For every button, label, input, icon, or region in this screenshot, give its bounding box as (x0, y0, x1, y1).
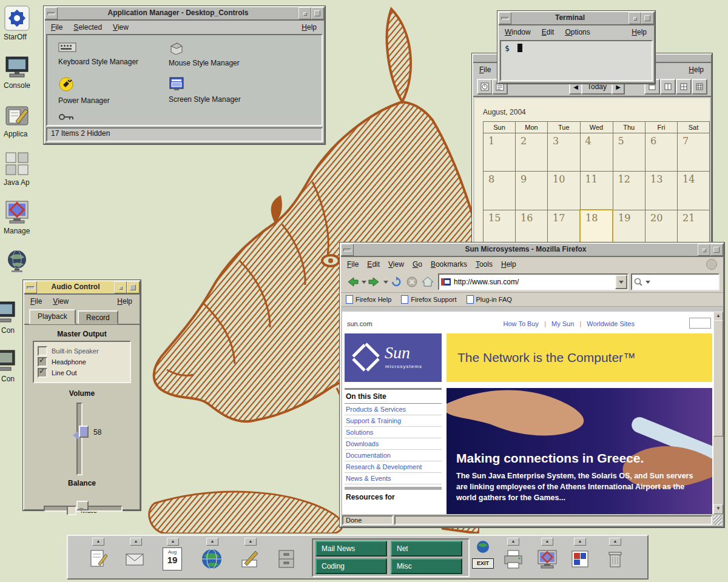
subpanel-arrow[interactable]: ▲ (507, 538, 519, 546)
calendar-day-cell[interactable]: 13 (645, 172, 678, 210)
menu-file[interactable]: File (479, 65, 491, 74)
menu-help[interactable]: Help (689, 65, 704, 74)
sidebar-link-downloads[interactable]: Downloads (345, 438, 442, 450)
calendar-day-cell[interactable]: 5 (613, 133, 645, 172)
bookmark-firefox-support[interactable]: Firefox Support (401, 295, 456, 304)
subpanel-arrow[interactable]: ▲ (609, 538, 621, 546)
calendar-day-cell[interactable]: 7 (678, 133, 710, 172)
exit-button[interactable]: EXIT (472, 558, 494, 569)
firefox-titlebar[interactable]: Sun Microsystems - Mozilla Firefox (341, 244, 723, 257)
window-menu-button[interactable] (341, 244, 354, 256)
app-manager-titlebar[interactable]: Application Manager - Desktop_Controls (45, 7, 324, 21)
desktop-icon-console-2[interactable]: Con (0, 298, 24, 335)
url-bar[interactable] (438, 273, 629, 290)
bookmark-firefox-help[interactable]: Firefox Help (346, 295, 391, 304)
vertical-scrollbar[interactable]: ▲ ▼ (713, 312, 722, 514)
menu-file[interactable]: File (347, 260, 359, 269)
output-option-line-out[interactable]: Line Out (38, 368, 126, 378)
calendar-month-view-button[interactable] (676, 79, 692, 95)
url-dropdown-button[interactable] (615, 275, 627, 289)
desktop-icon-java-apps[interactable]: Java Ap (4, 150, 38, 187)
link-worldwide-sites[interactable]: Worldwide Sites (587, 320, 635, 327)
mute-checkbox[interactable] (67, 506, 76, 515)
app-item-keyboard-style-manager[interactable]: Keyboard Style Manager (58, 41, 161, 66)
calendar-day-cell[interactable]: 1 (484, 133, 516, 172)
maximize-button[interactable] (127, 281, 140, 293)
desktop-icon-staroffice[interactable]: StarOff (4, 5, 38, 41)
window-menu-button[interactable] (45, 7, 58, 19)
calendar-day-cell[interactable]: 3 (548, 133, 581, 172)
menu-options[interactable]: Options (565, 28, 590, 36)
sidebar-link-documentation[interactable]: Documentation (345, 450, 442, 461)
maximize-button[interactable] (641, 12, 654, 24)
workspace-misc[interactable]: Misc (391, 558, 462, 574)
resize-grip[interactable] (713, 515, 722, 525)
text-editor-button[interactable] (85, 546, 112, 572)
sidebar-link-products[interactable]: Products & Services (345, 404, 442, 415)
calendar-day-cell[interactable]: 11 (580, 172, 613, 210)
balance-slider[interactable] (44, 500, 120, 513)
url-input[interactable] (453, 277, 615, 287)
sidebar-link-solutions[interactable]: Solutions (345, 427, 442, 438)
subpanel-arrow[interactable]: ▲ (167, 538, 179, 546)
link-my-sun[interactable]: My Sun (551, 320, 574, 327)
maximize-button[interactable] (311, 7, 324, 19)
menu-window[interactable]: Window (505, 28, 531, 36)
trash-button[interactable] (602, 546, 629, 572)
sun-logo-block[interactable]: Sun microsystems (345, 333, 442, 382)
menu-view[interactable]: View (113, 23, 129, 32)
subpanel-arrow[interactable]: ▲ (206, 538, 218, 546)
calendar-day-cell[interactable]: 8 (484, 172, 516, 210)
checkbox-unchecked[interactable] (38, 346, 47, 356)
menu-help[interactable]: Help (117, 297, 132, 306)
reload-button[interactable] (388, 274, 404, 290)
menu-help[interactable]: Help (501, 260, 516, 269)
menu-help[interactable]: Help (632, 28, 647, 36)
minimize-button[interactable] (629, 12, 641, 24)
window-menu-button[interactable] (24, 281, 37, 293)
scroll-down-button[interactable]: ▼ (713, 504, 723, 514)
sidebar-link-support[interactable]: Support & Training (345, 415, 442, 427)
calendar-week-view-button[interactable] (660, 79, 676, 95)
volume-slider[interactable]: 58 (72, 403, 108, 475)
desktop-icon-management[interactable]: Manage (4, 199, 38, 235)
subpanel-arrow[interactable]: ▲ (130, 538, 142, 546)
desktop-icon-console-3[interactable]: Con (0, 347, 24, 383)
desktop-icon-console[interactable]: Console (4, 53, 38, 90)
bookmark-plugin-faq[interactable]: Plug-in FAQ (467, 295, 512, 304)
calendar-day-cell[interactable]: 10 (548, 172, 581, 210)
forward-button[interactable] (366, 274, 382, 290)
workspace-coding[interactable]: Coding (315, 558, 387, 574)
home-button[interactable] (420, 274, 436, 290)
calendar-year-view-button[interactable] (692, 79, 707, 95)
output-option-headphone[interactable]: Headphone (38, 357, 126, 367)
app-item-mouse-style-manager[interactable]: Mouse Style Manager (169, 41, 272, 67)
window-menu-button[interactable] (499, 12, 511, 24)
style-manager-button[interactable] (534, 546, 561, 572)
stop-button[interactable] (404, 274, 420, 290)
forward-dropdown-icon[interactable] (383, 281, 388, 284)
search-bar[interactable] (631, 273, 720, 290)
calendar-day-cell[interactable]: 12 (613, 172, 645, 210)
calendar-day-cell[interactable]: 4 (580, 133, 613, 172)
calendar-day-cell[interactable]: 2 (516, 133, 548, 172)
sidebar-link-news[interactable]: News & Events (345, 473, 442, 484)
desktop-icon-applications[interactable]: Applica (4, 102, 38, 138)
audio-titlebar[interactable]: Audio Control (24, 281, 140, 295)
subpanel-arrow[interactable]: ▲ (92, 538, 104, 546)
menu-edit[interactable]: Edit (367, 260, 380, 269)
menu-view[interactable]: View (53, 297, 69, 306)
app-item-keys[interactable] (58, 113, 75, 123)
menu-file[interactable]: File (51, 23, 62, 32)
tab-record[interactable]: Record (78, 310, 118, 324)
app-item-screen-style-manager[interactable]: Screen Style Manager (169, 76, 272, 104)
checkbox-checked[interactable] (38, 357, 47, 367)
subpanel-arrow[interactable]: ▲ (574, 538, 586, 546)
printer-button[interactable] (500, 546, 527, 572)
calendar-appointment-button[interactable] (477, 79, 493, 95)
volume-slider-thumb[interactable] (79, 426, 89, 438)
menu-help[interactable]: Help (302, 23, 317, 32)
menu-edit[interactable]: Edit (542, 28, 554, 36)
calendar-day-cell[interactable]: 14 (678, 172, 710, 210)
subpanel-arrow[interactable]: ▲ (541, 538, 553, 546)
